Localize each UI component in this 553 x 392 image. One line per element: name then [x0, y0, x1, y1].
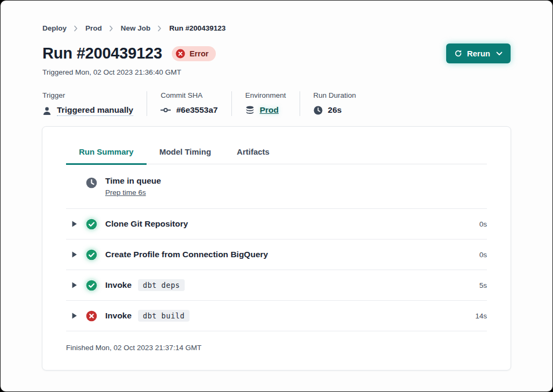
breadcrumb-prod[interactable]: Prod: [85, 24, 102, 32]
step-title: Create Profile from Connection BigQuery: [105, 250, 268, 259]
queue-title: Time in queue: [105, 176, 161, 186]
step-title: Invoke: [105, 311, 132, 321]
meta-label: Trigger: [42, 91, 133, 99]
caret-right-icon[interactable]: [72, 221, 77, 227]
status-badge-label: Error: [190, 49, 208, 58]
caret-right-icon[interactable]: [72, 282, 77, 288]
breadcrumb-deploy[interactable]: Deploy: [42, 24, 67, 32]
clock-icon: [314, 106, 323, 115]
tab-run-summary[interactable]: Run Summary: [66, 142, 147, 165]
run-metadata: Trigger Triggered manually Commit SHA #6…: [42, 91, 511, 116]
database-icon: [245, 106, 254, 115]
trigger-value[interactable]: Triggered manually: [57, 105, 133, 116]
meta-commit-sha: Commit SHA #6e3553a7: [161, 91, 232, 116]
caret-right-icon[interactable]: [72, 313, 77, 319]
step-row-dbt-build[interactable]: Invoke dbt build 14s: [66, 301, 487, 331]
success-icon: [86, 219, 97, 230]
step-duration: 5s: [479, 281, 487, 289]
step-duration: 0s: [479, 251, 487, 259]
chevron-down-icon: [496, 52, 503, 56]
step-row-clone-git[interactable]: Clone Git Repository 0s: [66, 209, 487, 239]
step-title: Clone Git Repository: [105, 219, 188, 229]
rerun-button[interactable]: Rerun: [446, 43, 511, 63]
chevron-right-icon: [109, 25, 114, 32]
rerun-button-label: Rerun: [467, 49, 490, 58]
run-steps-list: Time in queue Prep time 6s Clone Git Rep…: [66, 164, 487, 331]
tab-model-timing[interactable]: Model Timing: [147, 142, 224, 164]
status-badge: Error: [172, 46, 216, 61]
step-row-create-profile[interactable]: Create Profile from Connection BigQuery …: [66, 239, 487, 270]
meta-label: Environment: [245, 91, 286, 99]
chevron-right-icon: [74, 25, 78, 32]
breadcrumb: Deploy Prod New Job Run #200439123: [42, 24, 511, 32]
code-chip: dbt build: [138, 310, 190, 322]
person-icon: [42, 106, 52, 115]
step-title: Invoke: [105, 280, 132, 290]
time-in-queue-row: Time in queue Prep time 6s: [66, 164, 487, 209]
finished-timestamp: Finished Mon, 02 Oct 2023 21:37:14 GMT: [66, 331, 487, 352]
title-row: Run #200439123 Error Rerun: [42, 43, 511, 63]
error-icon: [86, 310, 97, 322]
tab-bar: Run Summary Model Timing Artifacts: [66, 127, 487, 164]
run-summary-card: Run Summary Model Timing Artifacts Time …: [42, 126, 511, 371]
step-duration: 14s: [475, 312, 487, 320]
code-chip: dbt deps: [138, 279, 185, 291]
refresh-icon: [454, 49, 462, 57]
clock-icon: [86, 177, 97, 197]
prep-time-link[interactable]: Prep time 6s: [105, 188, 161, 197]
triggered-timestamp: Triggered Mon, 02 Oct 2023 21:36:40 GMT: [42, 68, 511, 76]
success-icon: [86, 249, 97, 260]
breadcrumb-new-job[interactable]: New Job: [121, 24, 151, 32]
meta-label: Run Duration: [314, 91, 356, 99]
breadcrumb-current: Run #200439123: [169, 24, 225, 32]
dbt-run-page: Deploy Prod New Job Run #200439123 Run #…: [0, 0, 553, 392]
meta-run-duration: Run Duration 26s: [314, 91, 370, 116]
tab-artifacts[interactable]: Artifacts: [224, 142, 282, 164]
environment-link[interactable]: Prod: [260, 105, 279, 115]
meta-environment: Environment Prod: [245, 91, 300, 116]
error-icon: [176, 49, 185, 59]
page-title: Run #200439123: [42, 45, 162, 62]
step-row-dbt-deps[interactable]: Invoke dbt deps 5s: [66, 270, 487, 301]
caret-right-icon[interactable]: [72, 251, 77, 258]
meta-trigger: Trigger Triggered manually: [42, 91, 147, 116]
page-header: Deploy Prod New Job Run #200439123 Run #…: [1, 1, 552, 76]
meta-label: Commit SHA: [161, 91, 218, 99]
commit-sha-value: #6e3553a7: [176, 105, 218, 115]
chevron-right-icon: [157, 25, 162, 32]
success-icon: [86, 280, 97, 291]
run-duration-value: 26s: [328, 105, 342, 115]
step-duration: 0s: [479, 220, 487, 228]
commit-icon: [161, 106, 171, 114]
